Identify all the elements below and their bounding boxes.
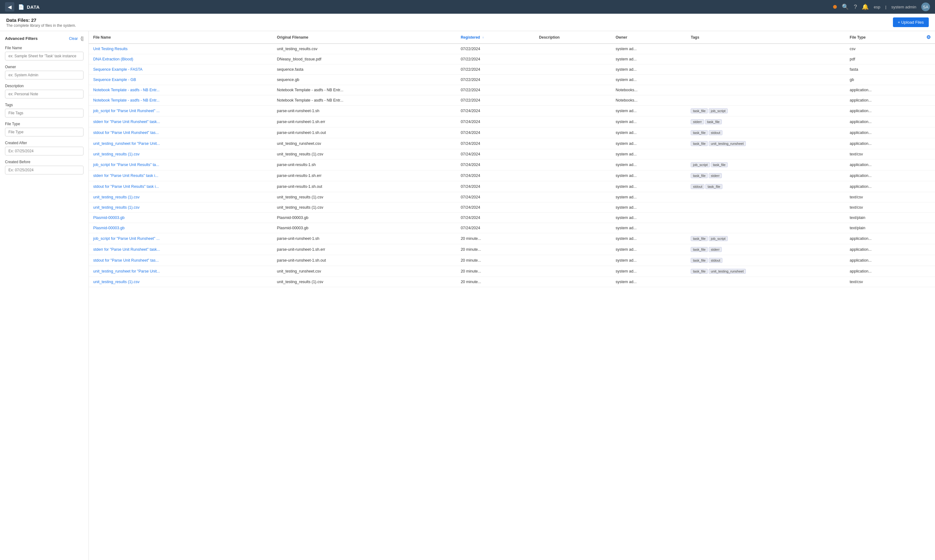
file-name-link[interactable]: stdout for "Parse Unit Results" task i..…	[93, 185, 159, 189]
registered-cell: 07/24/2024	[456, 117, 534, 128]
file-name-link[interactable]: Unit Testing Results	[93, 47, 128, 51]
owner-cell: system ad...	[611, 65, 686, 75]
col-header-registered[interactable]: Registered ↑	[456, 31, 534, 44]
file-name-link[interactable]: stdout for "Parse Unit Runsheet" tas...	[93, 258, 159, 263]
sidebar-collapse-button[interactable]: ⟨|	[80, 35, 83, 42]
tag-badge: task_file	[691, 130, 708, 135]
registered-cell: 07/24/2024	[456, 202, 534, 213]
owner-cell: system ad...	[611, 75, 686, 85]
owner-cell: system ad...	[611, 106, 686, 117]
filter-input-owner[interactable]	[5, 71, 83, 79]
file-name-link[interactable]: unit_testing_results (1).csv	[93, 195, 140, 199]
owner-cell: system ad...	[611, 128, 686, 138]
filter-input-description[interactable]	[5, 90, 83, 98]
file-name-link[interactable]: Sequence Example - FASTA	[93, 67, 142, 72]
tags-cell	[686, 85, 845, 95]
table-row: stderr for "Parse Unit Results" task i..…	[89, 170, 935, 181]
file-name-link[interactable]: stderr for "Parse Unit Results" task i..…	[93, 174, 158, 178]
search-icon[interactable]: 🔍	[842, 3, 849, 10]
data-table: File Name Original Filename Registered ↑…	[89, 31, 935, 287]
description-cell	[535, 138, 611, 149]
col-header-settings[interactable]: ⚙	[922, 31, 935, 44]
owner-cell: system ad...	[611, 149, 686, 160]
filter-input-created-before[interactable]	[5, 166, 83, 174]
tags-cell: task_fileunit_testing_runsheet	[686, 138, 845, 149]
col-header-owner[interactable]: Owner	[611, 31, 686, 44]
settings-gear-icon[interactable]: ⚙	[926, 35, 930, 40]
filetype-cell: application...	[845, 233, 922, 244]
file-name-link[interactable]: Sequence Example - GB	[93, 78, 136, 82]
tag-badge: job_script	[709, 108, 728, 113]
file-name-link[interactable]: job_script for "Parse Unit Results" ta..…	[93, 163, 159, 167]
file-name-link[interactable]: unit_testing_results (1).csv	[93, 205, 140, 209]
col-header-tags[interactable]: Tags	[686, 31, 845, 44]
filetype-cell: text/csv	[845, 149, 922, 160]
avatar[interactable]: SA	[921, 3, 930, 11]
document-icon: 📄	[18, 4, 24, 10]
file-name-link[interactable]: unit_testing_results (1).csv	[93, 280, 140, 284]
filter-input-filename[interactable]	[5, 52, 83, 60]
back-button[interactable]: ◀	[5, 2, 14, 12]
registered-cell: 07/24/2024	[456, 106, 534, 117]
tag-badge: job_script	[709, 236, 728, 241]
upload-files-button[interactable]: + Upload Files	[893, 17, 929, 27]
registered-cell: 07/24/2024	[456, 160, 534, 170]
description-cell	[535, 192, 611, 202]
filter-input-tags[interactable]	[5, 109, 83, 117]
page-title: Data Files: 27	[6, 17, 76, 23]
file-name-link[interactable]: Notebook Template - asdfs - NB Entr...	[93, 88, 160, 92]
file-name-link[interactable]: DNA Extraction (Blood)	[93, 57, 133, 62]
description-cell	[535, 255, 611, 266]
nav-title: DATA	[27, 5, 40, 10]
col-header-origfilename[interactable]: Original Filename	[273, 31, 457, 44]
clear-filters-button[interactable]: Clear	[69, 37, 78, 41]
registered-cell: 07/22/2024	[456, 54, 534, 65]
filter-input-created-after[interactable]	[5, 147, 83, 155]
description-cell	[535, 223, 611, 233]
filetype-cell: text/csv	[845, 277, 922, 287]
row-settings-cell	[922, 233, 935, 244]
owner-cell: system ad...	[611, 138, 686, 149]
file-name-link[interactable]: stdout for "Parse Unit Runsheet" tas...	[93, 131, 159, 135]
bell-icon[interactable]: 🔔	[862, 3, 869, 10]
filter-group-description: Description	[5, 84, 83, 98]
file-name-link[interactable]: job_script for "Parse Unit Runsheet" ...	[93, 109, 160, 113]
filter-group-filename: File Name	[5, 46, 83, 60]
filter-group-owner: Owner	[5, 65, 83, 79]
filter-group-created-after: Created After	[5, 141, 83, 155]
owner-cell: system ad...	[611, 54, 686, 65]
tag-badge: task_file	[705, 119, 722, 124]
original-filename-cell: DNeasy_blood_tissue.pdf	[273, 54, 457, 65]
file-name-link[interactable]: Plasmid-00003.gb	[93, 226, 125, 230]
help-icon[interactable]: ?	[854, 4, 857, 10]
table-row: Plasmid-00003.gbPlasmid-00003.gb07/24/20…	[89, 213, 935, 223]
file-name-link[interactable]: Plasmid-00003.gb	[93, 215, 125, 220]
filter-label-tags: Tags	[5, 103, 83, 107]
file-name-link[interactable]: stderr for "Parse Unit Runsheet" task...	[93, 120, 160, 124]
file-name-link[interactable]: unit_testing_results (1).csv	[93, 152, 140, 156]
user-divider: |	[885, 5, 886, 9]
file-name-link[interactable]: stderr for "Parse Unit Runsheet" task...	[93, 247, 160, 252]
original-filename-cell: sequence.gb	[273, 75, 457, 85]
tags-cell	[686, 277, 845, 287]
original-filename-cell: parse-unit-runsheet-1.sh.out	[273, 128, 457, 138]
user-name: system admin	[891, 5, 916, 9]
original-filename-cell: parse-unit-runsheet-1.sh	[273, 233, 457, 244]
col-header-filetype[interactable]: File Type	[845, 31, 922, 44]
filetype-cell: text/plain	[845, 213, 922, 223]
owner-cell: system ad...	[611, 192, 686, 202]
col-header-description[interactable]: Description	[535, 31, 611, 44]
file-name-link[interactable]: unit_testing_runsheet for "Parse Unit...	[93, 269, 160, 274]
file-name-link[interactable]: unit_testing_runsheet for "Parse Unit...	[93, 142, 160, 146]
table-row: Unit Testing Resultsunit_testing_results…	[89, 44, 935, 54]
description-cell	[535, 54, 611, 65]
filter-label-description: Description	[5, 84, 83, 88]
file-name-link[interactable]: Notebook Template - asdfs - NB Entr...	[93, 98, 160, 103]
filter-input-filetype[interactable]	[5, 128, 83, 137]
filetype-cell: application...	[845, 128, 922, 138]
col-header-filename[interactable]: File Name	[89, 31, 273, 44]
file-name-link[interactable]: job_script for "Parse Unit Runsheet" ...	[93, 236, 160, 241]
row-settings-cell	[922, 244, 935, 255]
tags-cell	[686, 44, 845, 54]
sidebar-header: Advanced Filters Clear ⟨|	[5, 35, 83, 42]
